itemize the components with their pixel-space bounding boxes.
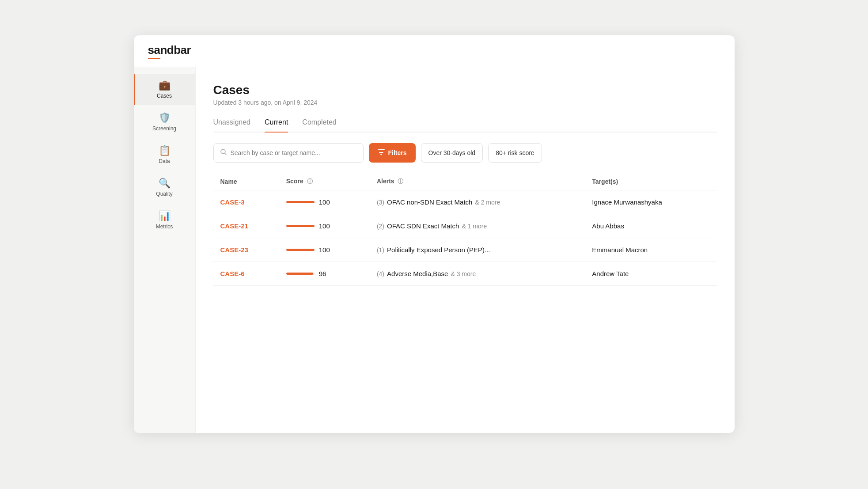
cell-target: Andrew Tate: [585, 262, 716, 286]
cell-alerts: (2) OFAC SDN Exact Match & 1 more: [370, 214, 585, 238]
score-value: 96: [319, 270, 326, 277]
score-info-icon[interactable]: ⓘ: [307, 178, 313, 185]
alert-count: (4): [377, 270, 384, 277]
score-bar-fill: [286, 201, 315, 203]
table-row: CASE-3 100 (3) OFAC non-SDN Exact Match …: [213, 190, 717, 214]
score-bar-fill: [286, 249, 315, 251]
cell-alerts: (3) OFAC non-SDN Exact Match & 2 more: [370, 190, 585, 214]
cell-case-id: CASE-23: [213, 238, 279, 262]
cell-alerts: (1) Politically Exposed Person (PEP)...: [370, 238, 585, 262]
cell-score: 100: [279, 238, 370, 262]
alert-count: (3): [377, 199, 384, 206]
top-bar: sandbar: [134, 35, 735, 67]
alert-more: & 1 more: [462, 223, 487, 230]
table-row: CASE-23 100 (1) Politically Exposed Pers…: [213, 238, 717, 262]
sidebar-label-screening: Screening: [152, 125, 176, 132]
sidebar-label-cases: Cases: [157, 93, 172, 99]
chip-risk-score[interactable]: 80+ risk score: [488, 143, 542, 163]
score-bar: [286, 249, 315, 251]
main-content: Cases Updated 3 hours ago, on April 9, 2…: [196, 67, 735, 433]
alert-label: OFAC non-SDN Exact Match: [387, 198, 472, 206]
col-header-name: Name: [213, 173, 279, 190]
alert-more: & 2 more: [475, 199, 500, 206]
filter-icon: [378, 149, 385, 157]
sidebar-item-cases[interactable]: 💼 Cases: [134, 74, 195, 105]
cell-target: Ignace Murwanashyaka: [585, 190, 716, 214]
logo-text: sandbar: [148, 43, 191, 57]
tab-current[interactable]: Current: [265, 118, 288, 133]
col-header-targets: Target(s): [585, 173, 716, 190]
app-shell: sandbar 💼 Cases 🛡️ Screening 📋 Data 🔍 Qu…: [134, 35, 735, 433]
alert-more: & 3 more: [451, 270, 476, 277]
score-bar-fill: [286, 225, 315, 227]
cell-target: Emmanuel Macron: [585, 238, 716, 262]
score-bar: [286, 201, 315, 203]
search-box: [213, 143, 364, 163]
cell-case-id: CASE-6: [213, 262, 279, 286]
table-row: CASE-21 100 (2) OFAC SDN Exact Match & 1…: [213, 214, 717, 238]
alerts-info-icon[interactable]: ⓘ: [398, 178, 403, 185]
score-bar-fill: [286, 273, 313, 275]
col-header-score: Score ⓘ: [279, 173, 370, 190]
chip-over-30[interactable]: Over 30-days old: [421, 143, 483, 163]
score-bar: [286, 225, 315, 227]
score-bar: [286, 273, 315, 275]
col-header-alerts: Alerts ⓘ: [370, 173, 585, 190]
alert-count: (2): [377, 223, 384, 230]
score-value: 100: [319, 198, 330, 206]
cell-alerts: (4) Adverse Media,Base & 3 more: [370, 262, 585, 286]
table-row: CASE-6 96 (4) Adverse Media,Base & 3 mor…: [213, 262, 717, 286]
logo: sandbar: [148, 43, 191, 59]
cases-icon: 💼: [159, 80, 171, 90]
search-input[interactable]: [231, 149, 357, 156]
data-icon: 📋: [159, 146, 171, 155]
score-value: 100: [319, 246, 330, 254]
case-link-case-6[interactable]: CASE-6: [220, 270, 245, 277]
cell-case-id: CASE-3: [213, 190, 279, 214]
alert-label: Adverse Media,Base: [387, 270, 448, 277]
sidebar-item-metrics[interactable]: 📊 Metrics: [134, 205, 195, 236]
alert-label: Politically Exposed Person (PEP)...: [387, 246, 490, 254]
page-subtitle: Updated 3 hours ago, on April 9, 2024: [213, 99, 717, 106]
screening-icon: 🛡️: [159, 113, 171, 123]
main-body: 💼 Cases 🛡️ Screening 📋 Data 🔍 Quality 📊 …: [134, 67, 735, 433]
cell-score: 100: [279, 214, 370, 238]
cases-table: Name Score ⓘ Alerts ⓘ Target(s): [213, 173, 717, 286]
cell-case-id: CASE-21: [213, 214, 279, 238]
sidebar-item-quality[interactable]: 🔍 Quality: [134, 172, 195, 203]
sidebar-item-screening[interactable]: 🛡️ Screening: [134, 107, 195, 138]
quality-icon: 🔍: [159, 178, 171, 188]
score-value: 100: [319, 222, 330, 230]
metrics-icon: 📊: [159, 211, 171, 221]
tab-unassigned[interactable]: Unassigned: [213, 118, 251, 133]
sidebar: 💼 Cases 🛡️ Screening 📋 Data 🔍 Quality 📊 …: [134, 67, 196, 433]
alert-label: OFAC SDN Exact Match: [387, 222, 459, 230]
cell-target: Abu Abbas: [585, 214, 716, 238]
tab-completed[interactable]: Completed: [302, 118, 336, 133]
svg-line-1: [224, 153, 226, 155]
tabs-bar: Unassigned Current Completed: [213, 118, 717, 133]
logo-underline: [148, 58, 160, 59]
cell-score: 96: [279, 262, 370, 286]
search-icon: [220, 148, 227, 157]
case-link-case-3[interactable]: CASE-3: [220, 198, 245, 206]
case-link-case-23[interactable]: CASE-23: [220, 246, 248, 254]
filters-button[interactable]: Filters: [369, 143, 416, 163]
sidebar-label-data: Data: [159, 158, 170, 164]
toolbar: Filters Over 30-days old 80+ risk score: [213, 143, 717, 163]
sidebar-label-quality: Quality: [156, 191, 172, 197]
cell-score: 100: [279, 190, 370, 214]
sidebar-label-metrics: Metrics: [156, 224, 173, 230]
case-link-case-21[interactable]: CASE-21: [220, 222, 248, 230]
alert-count: (1): [377, 246, 384, 254]
sidebar-item-data[interactable]: 📋 Data: [134, 140, 195, 171]
page-title: Cases: [213, 83, 717, 97]
